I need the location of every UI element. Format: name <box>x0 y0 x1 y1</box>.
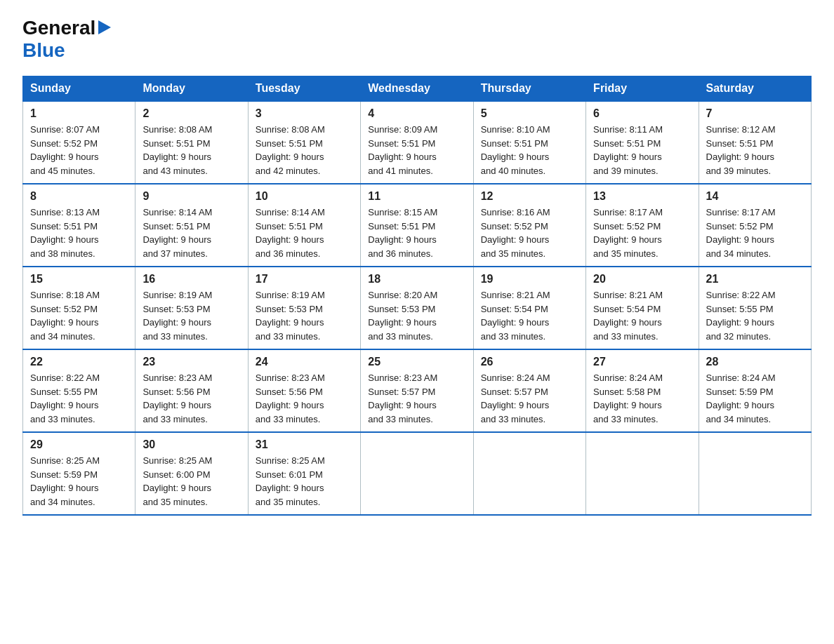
calendar-table: SundayMondayTuesdayWednesdayThursdayFrid… <box>22 76 812 516</box>
day-info: Sunrise: 8:08 AMSunset: 5:51 PMDaylight:… <box>143 123 240 177</box>
day-info: Sunrise: 8:12 AMSunset: 5:51 PMDaylight:… <box>706 123 804 177</box>
day-info: Sunrise: 8:19 AMSunset: 5:53 PMDaylight:… <box>256 288 353 343</box>
calendar-cell: 29 Sunrise: 8:25 AMSunset: 5:59 PMDaylig… <box>23 432 135 515</box>
calendar-cell: 22 Sunrise: 8:22 AMSunset: 5:55 PMDaylig… <box>23 349 135 432</box>
header-friday: Friday <box>586 76 699 102</box>
day-number: 28 <box>706 356 804 368</box>
calendar-cell: 19 Sunrise: 8:21 AMSunset: 5:54 PMDaylig… <box>473 267 585 349</box>
day-number: 19 <box>481 273 578 286</box>
header-saturday: Saturday <box>699 76 811 102</box>
calendar-cell: 14 Sunrise: 8:17 AMSunset: 5:52 PMDaylig… <box>699 184 811 267</box>
day-info: Sunrise: 8:25 AMSunset: 6:00 PMDaylight:… <box>143 454 240 509</box>
day-info: Sunrise: 8:24 AMSunset: 5:58 PMDaylight:… <box>593 371 691 426</box>
day-info: Sunrise: 8:23 AMSunset: 5:57 PMDaylight:… <box>368 371 465 426</box>
calendar-cell: 7 Sunrise: 8:12 AMSunset: 5:51 PMDayligh… <box>699 101 811 184</box>
calendar-cell: 1 Sunrise: 8:07 AMSunset: 5:52 PMDayligh… <box>23 101 135 184</box>
day-info: Sunrise: 8:11 AMSunset: 5:51 PMDaylight:… <box>593 123 691 177</box>
calendar-cell: 2 Sunrise: 8:08 AMSunset: 5:51 PMDayligh… <box>135 101 248 184</box>
calendar-cell: 30 Sunrise: 8:25 AMSunset: 6:00 PMDaylig… <box>135 432 248 515</box>
calendar-cell <box>473 432 585 515</box>
calendar-cell: 15 Sunrise: 8:18 AMSunset: 5:52 PMDaylig… <box>23 267 135 349</box>
calendar-cell: 23 Sunrise: 8:23 AMSunset: 5:56 PMDaylig… <box>135 349 248 432</box>
day-info: Sunrise: 8:09 AMSunset: 5:51 PMDaylight:… <box>368 123 465 177</box>
day-number: 18 <box>368 273 465 286</box>
page-header: General Blue <box>22 17 812 62</box>
calendar-cell: 5 Sunrise: 8:10 AMSunset: 5:51 PMDayligh… <box>473 101 585 184</box>
header-row: SundayMondayTuesdayWednesdayThursdayFrid… <box>23 76 812 102</box>
day-number: 29 <box>30 438 128 451</box>
calendar-cell <box>586 432 699 515</box>
day-number: 27 <box>593 356 691 368</box>
day-info: Sunrise: 8:07 AMSunset: 5:52 PMDaylight:… <box>30 123 128 177</box>
calendar-cell: 8 Sunrise: 8:13 AMSunset: 5:51 PMDayligh… <box>23 184 135 267</box>
header-wednesday: Wednesday <box>361 76 473 102</box>
day-info: Sunrise: 8:18 AMSunset: 5:52 PMDaylight:… <box>30 288 128 343</box>
calendar-cell <box>361 432 473 515</box>
calendar-cell: 10 Sunrise: 8:14 AMSunset: 5:51 PMDaylig… <box>248 184 360 267</box>
day-number: 24 <box>256 356 353 368</box>
day-info: Sunrise: 8:24 AMSunset: 5:59 PMDaylight:… <box>706 371 804 426</box>
logo-blue-text: Blue <box>22 39 65 61</box>
day-info: Sunrise: 8:13 AMSunset: 5:51 PMDaylight:… <box>30 206 128 260</box>
calendar-cell: 21 Sunrise: 8:22 AMSunset: 5:55 PMDaylig… <box>699 267 811 349</box>
day-number: 14 <box>706 190 804 203</box>
day-info: Sunrise: 8:17 AMSunset: 5:52 PMDaylight:… <box>593 206 691 260</box>
day-info: Sunrise: 8:19 AMSunset: 5:53 PMDaylight:… <box>143 288 240 343</box>
calendar-cell: 26 Sunrise: 8:24 AMSunset: 5:57 PMDaylig… <box>473 349 585 432</box>
calendar-cell: 12 Sunrise: 8:16 AMSunset: 5:52 PMDaylig… <box>473 184 585 267</box>
week-row-1: 1 Sunrise: 8:07 AMSunset: 5:52 PMDayligh… <box>23 101 812 184</box>
calendar-cell: 4 Sunrise: 8:09 AMSunset: 5:51 PMDayligh… <box>361 101 473 184</box>
calendar-cell: 24 Sunrise: 8:23 AMSunset: 5:56 PMDaylig… <box>248 349 360 432</box>
calendar-cell: 20 Sunrise: 8:21 AMSunset: 5:54 PMDaylig… <box>586 267 699 349</box>
day-info: Sunrise: 8:22 AMSunset: 5:55 PMDaylight:… <box>30 371 128 426</box>
day-info: Sunrise: 8:15 AMSunset: 5:51 PMDaylight:… <box>368 206 465 260</box>
header-thursday: Thursday <box>473 76 585 102</box>
day-number: 8 <box>30 190 128 203</box>
day-number: 16 <box>143 273 240 286</box>
week-row-4: 22 Sunrise: 8:22 AMSunset: 5:55 PMDaylig… <box>23 349 812 432</box>
calendar-cell: 11 Sunrise: 8:15 AMSunset: 5:51 PMDaylig… <box>361 184 473 267</box>
day-info: Sunrise: 8:08 AMSunset: 5:51 PMDaylight:… <box>256 123 353 177</box>
logo: General Blue <box>22 17 111 62</box>
day-info: Sunrise: 8:14 AMSunset: 5:51 PMDaylight:… <box>256 206 353 260</box>
day-info: Sunrise: 8:24 AMSunset: 5:57 PMDaylight:… <box>481 371 578 426</box>
header-tuesday: Tuesday <box>248 76 360 102</box>
day-number: 26 <box>481 356 578 368</box>
day-number: 25 <box>368 356 465 368</box>
day-number: 2 <box>143 107 240 120</box>
week-row-5: 29 Sunrise: 8:25 AMSunset: 5:59 PMDaylig… <box>23 432 812 515</box>
day-info: Sunrise: 8:23 AMSunset: 5:56 PMDaylight:… <box>256 371 353 426</box>
day-info: Sunrise: 8:21 AMSunset: 5:54 PMDaylight:… <box>593 288 691 343</box>
day-number: 22 <box>30 356 128 368</box>
day-info: Sunrise: 8:20 AMSunset: 5:53 PMDaylight:… <box>368 288 465 343</box>
day-info: Sunrise: 8:10 AMSunset: 5:51 PMDaylight:… <box>481 123 578 177</box>
calendar-cell: 13 Sunrise: 8:17 AMSunset: 5:52 PMDaylig… <box>586 184 699 267</box>
calendar-cell: 9 Sunrise: 8:14 AMSunset: 5:51 PMDayligh… <box>135 184 248 267</box>
day-info: Sunrise: 8:14 AMSunset: 5:51 PMDaylight:… <box>143 206 240 260</box>
day-number: 9 <box>143 190 240 203</box>
day-info: Sunrise: 8:16 AMSunset: 5:52 PMDaylight:… <box>481 206 578 260</box>
day-number: 21 <box>706 273 804 286</box>
day-number: 17 <box>256 273 353 286</box>
day-info: Sunrise: 8:25 AMSunset: 5:59 PMDaylight:… <box>30 454 128 509</box>
calendar-cell: 3 Sunrise: 8:08 AMSunset: 5:51 PMDayligh… <box>248 101 360 184</box>
logo-arrow-icon <box>98 20 111 37</box>
day-number: 23 <box>143 356 240 368</box>
week-row-3: 15 Sunrise: 8:18 AMSunset: 5:52 PMDaylig… <box>23 267 812 349</box>
calendar-cell: 28 Sunrise: 8:24 AMSunset: 5:59 PMDaylig… <box>699 349 811 432</box>
day-number: 15 <box>30 273 128 286</box>
day-number: 11 <box>368 190 465 203</box>
day-number: 31 <box>256 438 353 451</box>
day-info: Sunrise: 8:22 AMSunset: 5:55 PMDaylight:… <box>706 288 804 343</box>
day-info: Sunrise: 8:21 AMSunset: 5:54 PMDaylight:… <box>481 288 578 343</box>
calendar-cell: 17 Sunrise: 8:19 AMSunset: 5:53 PMDaylig… <box>248 267 360 349</box>
day-info: Sunrise: 8:23 AMSunset: 5:56 PMDaylight:… <box>143 371 240 426</box>
day-number: 6 <box>593 107 691 120</box>
day-info: Sunrise: 8:25 AMSunset: 6:01 PMDaylight:… <box>256 454 353 509</box>
header-monday: Monday <box>135 76 248 102</box>
calendar-cell <box>699 432 811 515</box>
week-row-2: 8 Sunrise: 8:13 AMSunset: 5:51 PMDayligh… <box>23 184 812 267</box>
calendar-cell: 16 Sunrise: 8:19 AMSunset: 5:53 PMDaylig… <box>135 267 248 349</box>
calendar-cell: 6 Sunrise: 8:11 AMSunset: 5:51 PMDayligh… <box>586 101 699 184</box>
calendar-cell: 18 Sunrise: 8:20 AMSunset: 5:53 PMDaylig… <box>361 267 473 349</box>
